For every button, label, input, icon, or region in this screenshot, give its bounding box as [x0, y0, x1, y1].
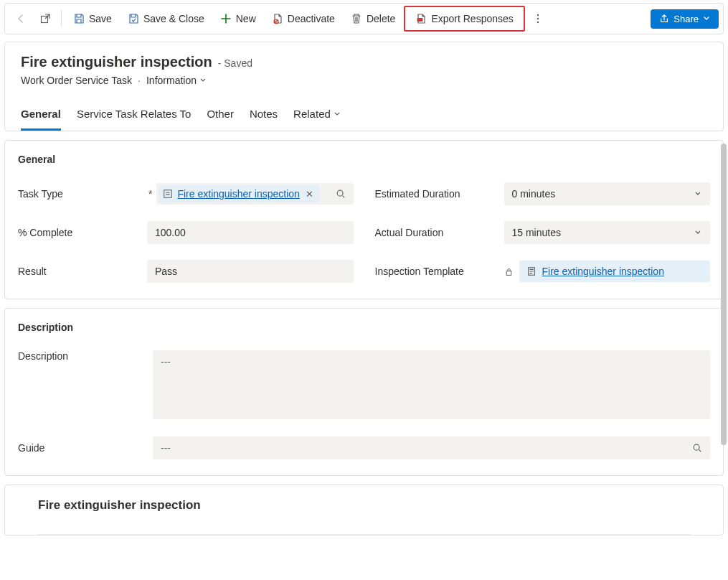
tab-related[interactable]: Related	[293, 102, 341, 131]
section-title-general: General	[18, 154, 710, 165]
separator-dot: ·	[138, 75, 141, 86]
deactivate-button[interactable]: Deactivate	[265, 9, 342, 29]
svg-rect-8	[506, 271, 511, 275]
share-button[interactable]: Share	[651, 9, 719, 29]
guide-value: ---	[161, 442, 171, 454]
export-responses-button[interactable]: Export Responses	[408, 9, 520, 29]
form-tabs: General Service Task Relates To Other No…	[21, 102, 707, 131]
actual-duration-value: 15 minutes	[512, 227, 561, 238]
record-header: Fire extinguisher inspection - Saved Wor…	[4, 42, 724, 131]
scrollbar-thumb[interactable]	[721, 144, 727, 445]
export-responses-highlight: Export Responses	[404, 6, 524, 32]
field-percent-complete: % Complete 100.00	[18, 221, 354, 244]
save-close-button[interactable]: Save & Close	[120, 9, 212, 29]
save-icon	[73, 13, 85, 24]
svg-rect-2	[417, 18, 423, 22]
scrollbar[interactable]	[721, 144, 728, 445]
back-button[interactable]	[9, 9, 32, 29]
tab-general[interactable]: General	[21, 102, 61, 131]
search-icon[interactable]	[330, 186, 351, 202]
pdf-icon	[415, 13, 427, 24]
task-type-lookup[interactable]: Fire extinguisher inspection ✕	[156, 183, 353, 205]
template-icon	[526, 266, 536, 276]
deactivate-icon	[272, 13, 283, 24]
save-button[interactable]: Save	[66, 9, 119, 29]
task-type-icon	[163, 189, 173, 199]
save-state: - Saved	[218, 57, 252, 69]
estimated-duration-select[interactable]: 0 minutes	[504, 182, 711, 205]
label-percent-complete: % Complete	[18, 227, 140, 238]
form-name: Information	[146, 75, 197, 86]
percent-complete-value: 100.00	[155, 227, 186, 238]
back-arrow-icon	[15, 13, 27, 24]
new-label: New	[236, 13, 256, 24]
save-close-label: Save & Close	[143, 13, 204, 24]
actual-duration-select[interactable]: 15 minutes	[504, 221, 711, 244]
label-description: Description	[18, 350, 140, 362]
field-inspection-template: Inspection Template Fire extinguisher in…	[375, 260, 711, 283]
divider	[38, 534, 690, 535]
open-new-window-button[interactable]	[34, 9, 57, 29]
popout-icon	[39, 13, 51, 24]
clear-task-type-icon[interactable]: ✕	[304, 189, 315, 200]
section-title-inspection: Fire extinguisher inspection	[18, 498, 710, 513]
lock-icon	[504, 267, 514, 276]
delete-button[interactable]: Delete	[344, 9, 402, 29]
save-close-icon	[128, 13, 139, 24]
result-value: Pass	[155, 266, 177, 277]
field-estimated-duration: Estimated Duration 0 minutes	[375, 182, 711, 205]
export-responses-label: Export Responses	[431, 13, 513, 24]
description-value: ---	[161, 356, 171, 368]
plus-icon	[220, 13, 232, 24]
delete-label: Delete	[367, 13, 395, 24]
guide-lookup[interactable]: ---	[153, 436, 710, 459]
section-title-description: Description	[18, 322, 710, 333]
label-task-type: Task Type	[18, 188, 140, 200]
overflow-button[interactable]	[526, 9, 549, 29]
estimated-duration-value: 0 minutes	[512, 188, 556, 200]
tab-other[interactable]: Other	[207, 102, 234, 131]
chevron-down-icon	[199, 77, 207, 84]
tab-notes[interactable]: Notes	[250, 102, 278, 131]
deactivate-label: Deactivate	[288, 13, 335, 24]
svg-rect-6	[164, 190, 172, 198]
trash-icon	[351, 13, 362, 24]
chevron-down-icon	[694, 190, 702, 198]
field-result: Result Pass	[18, 260, 354, 283]
inspection-template-lookup[interactable]: Fire extinguisher inspection	[519, 261, 711, 282]
new-button[interactable]: New	[213, 9, 263, 29]
percent-complete-input[interactable]: 100.00	[147, 221, 354, 244]
chevron-down-icon	[694, 228, 702, 237]
chevron-down-icon	[334, 111, 341, 118]
section-description: Description Description --- Guide ---	[4, 308, 724, 476]
page-title: Fire extinguisher inspection	[21, 54, 212, 70]
task-type-pill: Fire extinguisher inspection ✕	[159, 185, 318, 202]
share-icon	[659, 14, 669, 24]
label-actual-duration: Actual Duration	[375, 227, 497, 238]
result-input[interactable]: Pass	[147, 260, 354, 283]
entity-name: Work Order Service Task	[21, 75, 132, 86]
share-label: Share	[673, 14, 699, 24]
description-textarea[interactable]: ---	[153, 350, 710, 419]
section-inspection: Fire extinguisher inspection	[4, 485, 724, 535]
form-selector[interactable]: Information	[146, 75, 207, 86]
inspection-template-link[interactable]: Fire extinguisher inspection	[542, 266, 664, 277]
required-indicator: *	[148, 188, 152, 200]
label-inspection-template: Inspection Template	[375, 266, 497, 277]
section-general: General Task Type * Fire extinguisher in…	[4, 140, 724, 299]
more-vertical-icon	[532, 13, 544, 24]
tab-service-task-relates-to[interactable]: Service Task Relates To	[77, 102, 192, 131]
command-bar: Save Save & Close New Deactivate Delete …	[4, 3, 724, 34]
label-guide: Guide	[18, 442, 140, 454]
label-estimated-duration: Estimated Duration	[375, 188, 497, 200]
svg-point-10	[694, 444, 699, 450]
label-result: Result	[18, 266, 140, 277]
task-type-link[interactable]: Fire extinguisher inspection	[177, 188, 299, 200]
save-label: Save	[89, 13, 112, 24]
svg-point-3	[537, 14, 539, 16]
svg-point-4	[537, 18, 539, 19]
field-task-type: Task Type * Fire extinguisher inspection…	[18, 182, 354, 205]
separator	[61, 10, 62, 27]
svg-point-5	[537, 22, 539, 23]
field-description: Description ---	[18, 350, 710, 419]
